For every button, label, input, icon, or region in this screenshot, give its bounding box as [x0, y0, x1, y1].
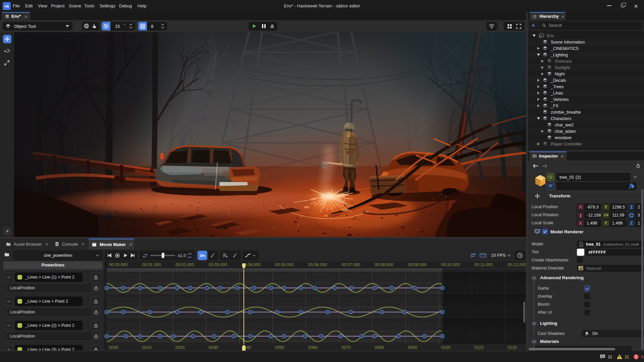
- svg-text:0020: 0020: [175, 345, 185, 350]
- svg-text:0030: 0030: [209, 345, 218, 350]
- svg-text:00:00.000: 00:00.000: [109, 262, 128, 267]
- svg-text:0010: 0010: [142, 345, 152, 350]
- svg-text:00:01.000: 00:01.000: [142, 262, 161, 267]
- svg-text:00:11.000: 00:11.000: [474, 262, 493, 267]
- svg-text:00:06.000: 00:06.000: [308, 262, 327, 267]
- svg-text:0110: 0110: [474, 345, 483, 350]
- svg-text:00:02.000: 00:02.000: [175, 262, 194, 267]
- svg-text:00:12.000: 00:12.000: [507, 262, 526, 267]
- svg-text:00:09.000: 00:09.000: [408, 262, 427, 267]
- svg-text:00:07.000: 00:07.000: [341, 262, 360, 267]
- svg-text:00:08.000: 00:08.000: [375, 262, 393, 267]
- svg-text:0120: 0120: [507, 345, 517, 350]
- svg-text:0060: 0060: [308, 345, 318, 350]
- svg-text:00:05.000: 00:05.000: [275, 262, 294, 267]
- svg-text:0000: 0000: [109, 345, 118, 350]
- svg-text:0080: 0080: [375, 345, 384, 350]
- svg-text:00:10.000: 00:10.000: [441, 262, 460, 267]
- svg-text:0090: 0090: [408, 345, 417, 350]
- svg-text:0050: 0050: [275, 345, 284, 350]
- svg-text:0100: 0100: [441, 345, 450, 350]
- svg-text:0070: 0070: [341, 345, 351, 350]
- svg-text:00:03.000: 00:03.000: [209, 262, 227, 267]
